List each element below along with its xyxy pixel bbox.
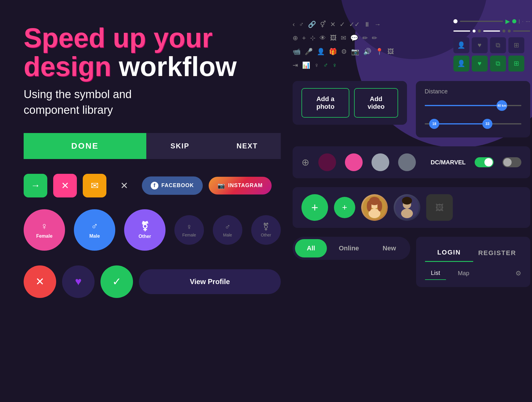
confirm-button[interactable]: ✓ bbox=[100, 265, 133, 298]
facebook-button[interactable]: f FACEBOOK bbox=[142, 176, 203, 195]
slider-thumb-km[interactable]: 40 km bbox=[497, 100, 507, 111]
instagram-icon: 📷 bbox=[218, 182, 225, 189]
image-placeholder-icon: 🖼 bbox=[435, 203, 444, 213]
login-tab[interactable]: LOGIN bbox=[425, 244, 473, 262]
gender-other-large[interactable]: ⚧ Other bbox=[124, 209, 166, 251]
logout-icon[interactable]: ⇥ bbox=[293, 61, 298, 69]
grid-av-icon-1: ⊞ bbox=[514, 41, 519, 49]
location-target-icon[interactable]: ⊹ bbox=[310, 34, 315, 42]
pencil-icon[interactable]: ✏ bbox=[372, 34, 377, 42]
close-icon: ✕ bbox=[61, 180, 69, 191]
male-symbol-icon-sm[interactable]: ♂ bbox=[299, 21, 304, 28]
age-range-slider[interactable]: 18 33 bbox=[425, 117, 521, 130]
av-user-2: 👤 bbox=[453, 56, 469, 72]
list-tab[interactable]: List bbox=[425, 267, 446, 280]
mail-icon[interactable]: ✉ bbox=[341, 34, 346, 42]
x-button[interactable]: ✕ bbox=[112, 174, 136, 197]
toggle-switch-on[interactable] bbox=[475, 157, 494, 167]
female-link-icon[interactable]: ♀ bbox=[314, 61, 319, 69]
color-circle-2[interactable] bbox=[345, 153, 363, 171]
link-icon[interactable]: 🔗 bbox=[308, 21, 316, 28]
auth-tabs-section: LOGIN REGISTER List Map ⚙ bbox=[416, 237, 530, 287]
email-button[interactable]: ✉ bbox=[83, 174, 106, 197]
chevron-left-icon[interactable]: ‹ bbox=[293, 21, 295, 28]
map-pin-icon[interactable]: 📍 bbox=[375, 48, 383, 56]
heart-av-icon-1: ♥ bbox=[478, 41, 481, 49]
check-icon: ✓ bbox=[112, 275, 121, 288]
favorite-button[interactable]: ♥ bbox=[62, 265, 95, 298]
color-circle-4[interactable] bbox=[398, 153, 416, 171]
plus-sm-icon[interactable]: + bbox=[302, 34, 306, 42]
gift-icon[interactable]: 🎁 bbox=[329, 48, 337, 56]
instagram-button[interactable]: 📷 INSTAGRAM bbox=[209, 177, 272, 194]
distance-slider[interactable]: 40 km bbox=[425, 100, 521, 111]
female-small-icon: ♀ bbox=[186, 222, 192, 231]
color-circle-3[interactable] bbox=[372, 153, 389, 171]
mic-icon[interactable]: 🎤 bbox=[305, 48, 313, 56]
add-photo-button[interactable]: Add a photo bbox=[301, 88, 349, 118]
mini-controls-panel: ▶ | · ··· bbox=[453, 18, 530, 72]
svg-point-8 bbox=[401, 209, 413, 218]
image-sm-icon[interactable]: 🖼 bbox=[330, 34, 337, 42]
progress-bar-3 bbox=[513, 30, 530, 32]
gender-icon-sm[interactable]: ⚥ bbox=[320, 21, 326, 28]
play-icon[interactable]: ▶ bbox=[505, 18, 510, 25]
add-medium-button[interactable]: + bbox=[334, 197, 355, 218]
gender-male-small[interactable]: ♂ Male bbox=[213, 215, 242, 245]
gender-other-small[interactable]: ⚧ Other bbox=[251, 215, 281, 245]
slider-fill bbox=[425, 105, 502, 106]
age-max-thumb[interactable]: 33 bbox=[482, 119, 492, 129]
add-large-button[interactable]: + bbox=[301, 194, 328, 221]
filter-settings-button[interactable]: ⚙ bbox=[515, 270, 521, 277]
gender-female-large[interactable]: ♀ Female bbox=[24, 209, 65, 251]
dc-marvel-label: DC/MARVEL bbox=[425, 159, 466, 166]
av-grid-2: ⊞ bbox=[508, 56, 524, 72]
filter-new-tab[interactable]: New bbox=[371, 239, 408, 257]
edit-icon[interactable]: ✏ bbox=[362, 34, 368, 42]
av-heart-1: ♥ bbox=[472, 37, 488, 53]
map-tab[interactable]: Map bbox=[452, 267, 475, 280]
gallery-icon[interactable]: 🖼 bbox=[387, 48, 394, 56]
skip-button[interactable]: SKIP bbox=[146, 133, 214, 159]
email-icon: ✉ bbox=[91, 180, 99, 191]
chart-icon[interactable]: 📊 bbox=[302, 61, 310, 69]
eye-icon[interactable]: 👁 bbox=[319, 34, 326, 42]
reject-button[interactable]: ✕ bbox=[24, 265, 56, 298]
close-button[interactable]: ✕ bbox=[53, 174, 77, 197]
male-green-icon[interactable]: ♂ bbox=[323, 61, 328, 69]
female-green-icon[interactable]: ♀ bbox=[332, 61, 337, 69]
voice-icon[interactable]: 🔊 bbox=[363, 48, 371, 56]
toggle-knob-on bbox=[484, 158, 493, 166]
gender-female-small[interactable]: ♀ Female bbox=[174, 215, 204, 245]
check-sm-icon[interactable]: ✓ bbox=[340, 21, 345, 28]
color-circle-1[interactable] bbox=[318, 153, 336, 171]
icon-row-4: ⇥ 📊 ♀ ♂ ♀ bbox=[293, 59, 442, 72]
double-check-icon[interactable]: ✓✓ bbox=[349, 21, 360, 28]
settings-icon[interactable]: ⚙ bbox=[341, 48, 347, 56]
svg-point-5 bbox=[377, 201, 382, 211]
arrow-right-sm-icon[interactable]: → bbox=[374, 21, 381, 28]
gender-male-large[interactable]: ♂ Male bbox=[74, 209, 115, 251]
arrow-button[interactable]: → bbox=[24, 174, 47, 197]
age-min-thumb[interactable]: 18 bbox=[429, 119, 439, 129]
next-button[interactable]: NEXT bbox=[214, 133, 281, 159]
done-button[interactable]: DONE bbox=[24, 133, 146, 159]
chat-icon[interactable]: 💬 bbox=[350, 34, 358, 42]
user-icon[interactable]: 👤 bbox=[317, 48, 325, 56]
action-buttons-row: DONE SKIP NEXT bbox=[24, 133, 281, 159]
bottom-action-row: ✕ ♥ ✓ View Profile bbox=[24, 265, 281, 298]
icon-grid: ‹ ♂ 🔗 ⚥ ✕ ✓ ✓✓ ⏸ → ⊕ + ⊹ 👁 🖼 ✉ bbox=[293, 18, 442, 72]
main-title: Speed up your design workflow bbox=[24, 24, 281, 81]
close-sm-icon[interactable]: ✕ bbox=[330, 21, 335, 28]
toggle-switch-off[interactable] bbox=[502, 157, 521, 167]
filter-all-tab[interactable]: All bbox=[295, 239, 327, 257]
plus-circle-icon[interactable]: ⊕ bbox=[293, 34, 298, 42]
av-heart-2: ♥ bbox=[472, 56, 488, 72]
view-profile-button[interactable]: View Profile bbox=[139, 269, 281, 294]
pause-sm-icon[interactable]: ⏸ bbox=[364, 21, 370, 28]
filter-online-tab[interactable]: Online bbox=[327, 239, 371, 257]
video-icon[interactable]: 📹 bbox=[293, 48, 301, 56]
add-video-button[interactable]: Add video bbox=[354, 88, 398, 118]
register-tab[interactable]: REGISTER bbox=[473, 244, 521, 262]
camera-icon[interactable]: 📷 bbox=[351, 48, 359, 56]
